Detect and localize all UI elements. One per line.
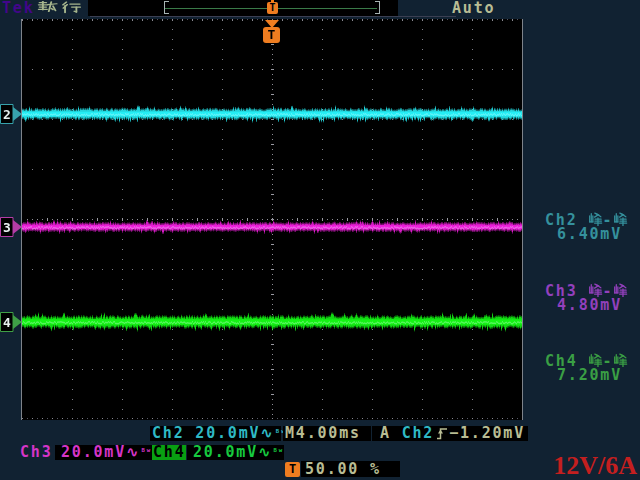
- record-trigger-icon: T: [267, 2, 278, 14]
- record-window-bracket-right: [375, 1, 380, 14]
- record-bar: T: [88, 0, 398, 16]
- trigger-position-value: 50.00 %: [305, 460, 381, 478]
- graticule-canvas: [22, 19, 522, 419]
- svg-text:3: 3: [3, 220, 11, 235]
- header-underline: [90, 16, 456, 17]
- trigger-position-indicator-icon: T: [285, 462, 300, 477]
- channel-marker-ch3: 3: [0, 217, 23, 237]
- graticule: [21, 19, 523, 420]
- annotation-label: 12V/6A: [553, 451, 637, 480]
- status-ch4-scale: 20.0mV∿ᴮʷ: [187, 445, 284, 460]
- status-ch2-scale: Ch2 20.0mV∿ᴮʷ: [150, 426, 281, 441]
- bandwidth-limit-icon: ᴮʷ: [140, 447, 151, 457]
- status-ch3-scale: 20.0mV∿ᴮʷ: [55, 445, 152, 460]
- status-ch4-scale-value: 20.0mV: [193, 443, 258, 461]
- svg-text:4: 4: [3, 315, 11, 330]
- measurement-ch4-value: 7.20mV: [557, 368, 640, 383]
- trigger-type: A: [380, 424, 391, 442]
- tek-logo: Tek: [2, 1, 35, 16]
- status-timebase: M4.00ms: [283, 426, 371, 441]
- ac-coupling-icon: ∿: [126, 443, 140, 461]
- status-trigger: A Ch2−1.20mV: [372, 426, 528, 441]
- acquisition-status: [37, 1, 83, 17]
- trigger-mode: Auto: [452, 1, 495, 16]
- status-ch3-label: Ch3: [20, 445, 53, 460]
- rising-edge-icon: [436, 426, 448, 440]
- channel-marker-ch2: 2: [0, 104, 23, 124]
- ac-coupling-icon: ∿: [260, 424, 274, 442]
- trigger-source: Ch2: [402, 424, 435, 442]
- trigger-position-icon: T: [263, 27, 280, 43]
- status-trigger-position: 50.00 %: [301, 461, 400, 477]
- status-ch4-label: Ch4: [152, 445, 186, 460]
- measurement-ch2: Ch2 - 6.40mV: [545, 212, 640, 242]
- record-trigger-stem: [271, 0, 274, 2]
- bandwidth-limit-icon: ᴮʷ: [272, 447, 283, 457]
- svg-text:2: 2: [3, 107, 11, 122]
- timebase-value: M4.00ms: [285, 424, 361, 442]
- record-window-bracket-left: [164, 1, 169, 14]
- measurement-ch4: Ch4 - 7.20mV: [545, 353, 640, 383]
- measurement-ch3: Ch3 - 4.80mV: [545, 283, 640, 313]
- status-ch2-scale-value: 20.0mV: [195, 424, 260, 442]
- ac-coupling-icon: ∿: [258, 443, 272, 461]
- trigger-level: −1.20mV: [449, 424, 525, 442]
- status-ch3-scale-value: 20.0mV: [61, 443, 126, 461]
- measurement-ch2-value: 6.40mV: [557, 227, 640, 242]
- channel-marker-ch4: 4: [0, 312, 23, 332]
- status-ch2-label: Ch2: [152, 424, 185, 442]
- measurement-ch3-value: 4.80mV: [557, 298, 640, 313]
